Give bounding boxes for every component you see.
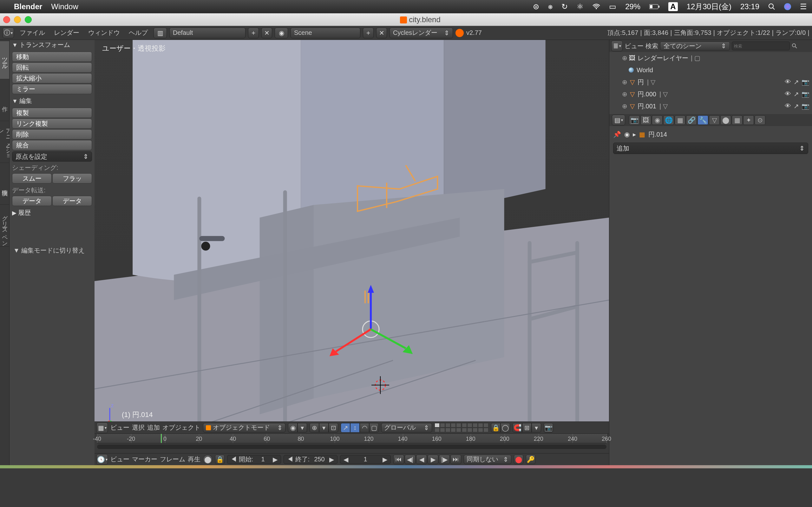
timeline-playback-menu[interactable]: 再生: [188, 455, 200, 464]
play-reverse-icon[interactable]: ◀: [416, 455, 427, 464]
render-toggle-icon[interactable]: 📷: [802, 78, 809, 86]
layers-widget[interactable]: [435, 423, 489, 432]
location-icon[interactable]: ⎈: [548, 2, 553, 11]
screen-delete-button[interactable]: ✕: [261, 27, 272, 38]
scale-button[interactable]: 拡大縮小: [12, 73, 92, 83]
mirror-button[interactable]: ミラー: [12, 84, 92, 94]
record-icon[interactable]: ⬤: [514, 455, 523, 464]
tab-physics-icon[interactable]: ⊙: [755, 115, 765, 125]
scene-add-button[interactable]: ＋: [363, 27, 374, 38]
wifi-icon[interactable]: [593, 4, 600, 9]
timeline-view-menu[interactable]: ビュー: [110, 455, 130, 464]
snap-dropdown-icon[interactable]: ▾: [531, 423, 541, 433]
data-layout-button[interactable]: データ: [52, 196, 92, 206]
tab-grease-pencil[interactable]: グリースペン: [0, 209, 9, 246]
tab-create[interactable]: 作: [0, 83, 9, 121]
jump-start-icon[interactable]: ⏮: [393, 455, 404, 464]
outliner-row-renderlayers[interactable]: ⊕ 🖼 レンダーレイヤー| ▢: [609, 52, 812, 64]
translate-button[interactable]: 移動: [12, 52, 92, 62]
view-menu[interactable]: ビュー: [110, 424, 130, 432]
timeline-cursor[interactable]: [161, 434, 162, 443]
lock-camera-icon[interactable]: 🔒: [491, 423, 501, 433]
window-zoom-button[interactable]: [25, 16, 32, 23]
siri-icon[interactable]: [784, 3, 791, 10]
outliner-search-menu[interactable]: 検索: [646, 42, 658, 50]
join-button[interactable]: 統合: [12, 140, 92, 150]
sync-select[interactable]: 同期しない⇕: [464, 455, 511, 464]
outliner-tree[interactable]: ⊕ 🖼 レンダーレイヤー| ▢ World ⊕ ▽ 円| ▽ 👁↗📷 ⊕ ▽ 円…: [609, 52, 812, 114]
timeline-track[interactable]: -40-200204060801001201401601802002202402…: [97, 434, 606, 443]
tab-physics[interactable]: 物理演: [0, 167, 9, 205]
auto-keyframe-icon[interactable]: ⬤: [203, 455, 212, 464]
pin-icon[interactable]: 📌: [613, 130, 621, 138]
timemachine-icon[interactable]: ↻: [561, 2, 568, 11]
tab-particles-icon[interactable]: ✦: [743, 115, 754, 125]
timeline-scrollbar[interactable]: [97, 445, 606, 449]
timeline-frame-menu[interactable]: フレーム: [160, 455, 185, 464]
render-engine-select[interactable]: Cyclesレンダー⇕: [390, 27, 453, 38]
shade-smooth-button[interactable]: スムー: [12, 173, 52, 183]
scene-browse-icon[interactable]: ◉: [275, 27, 288, 38]
tab-material-icon[interactable]: ⬤: [720, 115, 731, 125]
tab-scene-icon[interactable]: ◉: [652, 115, 663, 125]
add-modifier-select[interactable]: 追加⇕: [613, 143, 808, 154]
visibility-toggle-icon[interactable]: 👁: [785, 90, 791, 98]
window-close-button[interactable]: [3, 16, 10, 23]
scale-manipulator-icon[interactable]: ▢: [369, 423, 379, 433]
scene-name-field[interactable]: Scene: [291, 27, 360, 38]
keying-set-icon[interactable]: 🔑: [526, 455, 536, 464]
menu-file[interactable]: ファイル: [16, 29, 48, 37]
set-origin-select[interactable]: 原点を設定⇕: [12, 152, 92, 162]
manipulate-center-icon[interactable]: ⊡: [328, 423, 338, 433]
editor-type-timeline-icon[interactable]: 🕓▾: [96, 454, 108, 465]
visibility-toggle-icon[interactable]: 👁: [785, 102, 791, 110]
data-transfer-button[interactable]: データ: [12, 196, 52, 206]
editor-type-info-icon[interactable]: ⓘ ▾: [3, 27, 14, 38]
rotate-button[interactable]: 回転: [12, 62, 92, 72]
outliner-view-menu[interactable]: ビュー: [624, 42, 644, 50]
panel-edit[interactable]: 編集: [12, 95, 92, 107]
battery-icon[interactable]: [649, 4, 659, 9]
tab-animation[interactable]: アニメーション: [0, 125, 9, 163]
tab-constraints-icon[interactable]: 🔗: [686, 115, 697, 125]
transform-orientation-select[interactable]: グローバル⇕: [381, 423, 432, 433]
keyframe-prev-icon[interactable]: ◀︎|: [405, 455, 415, 464]
render-preview-icon[interactable]: 📷: [544, 423, 553, 433]
lock-range-icon[interactable]: 🔒: [215, 455, 224, 464]
duplicate-button[interactable]: 複製: [12, 108, 92, 118]
shade-flat-button[interactable]: フラッ: [52, 173, 92, 183]
add-menu[interactable]: 追加: [147, 424, 160, 432]
outliner-row-mesh-1[interactable]: ⊕ ▽ 円.000| ▽ 👁↗📷: [609, 88, 812, 100]
end-frame-field[interactable]: ◀ 終了:250▶: [284, 455, 338, 464]
screen-browse-icon[interactable]: ▥: [154, 27, 167, 38]
app-name[interactable]: Blender: [14, 2, 42, 11]
jump-end-icon[interactable]: ⏭: [450, 455, 461, 464]
current-frame-field[interactable]: ◀1▶: [340, 455, 391, 464]
object-menu[interactable]: オブジェクト: [162, 424, 200, 432]
snap-element-icon[interactable]: ⊞: [522, 423, 531, 433]
scene-delete-button[interactable]: ✕: [376, 27, 387, 38]
manipulator-toggle-icon[interactable]: ↗: [341, 423, 350, 433]
spotlight-icon[interactable]: [768, 3, 775, 10]
editor-type-3dview-icon[interactable]: ▦▾: [96, 422, 108, 433]
select-menu[interactable]: 選択: [132, 424, 145, 432]
screen-layout-field[interactable]: Default: [169, 27, 246, 38]
shading-solid-icon[interactable]: ▾: [298, 423, 307, 433]
editor-type-outliner-icon[interactable]: ≣▾: [611, 41, 623, 51]
tab-render-layers-icon[interactable]: 🖼: [641, 115, 651, 125]
tab-texture-icon[interactable]: ▦: [732, 115, 743, 125]
timeline-marker-menu[interactable]: マーカー: [132, 455, 157, 464]
screen-add-button[interactable]: ＋: [248, 27, 259, 38]
menu-window[interactable]: ウィンドウ: [85, 29, 123, 37]
time[interactable]: 23:19: [740, 2, 759, 11]
menu-help[interactable]: ヘルプ: [125, 29, 151, 37]
outliner-row-mesh-0[interactable]: ⊕ ▽ 円| ▽ 👁↗📷: [609, 76, 812, 88]
date[interactable]: 12月30日(金): [687, 2, 731, 12]
tab-data-icon[interactable]: ▽: [709, 115, 720, 125]
render-toggle-icon[interactable]: 📷: [802, 90, 809, 98]
play-icon[interactable]: ▶: [427, 455, 438, 464]
panel-history[interactable]: 履歴: [12, 207, 92, 219]
selectable-toggle-icon[interactable]: ↗: [794, 90, 799, 98]
tab-render-icon[interactable]: 📷: [629, 115, 640, 125]
render-toggle-icon[interactable]: 📷: [802, 102, 809, 110]
